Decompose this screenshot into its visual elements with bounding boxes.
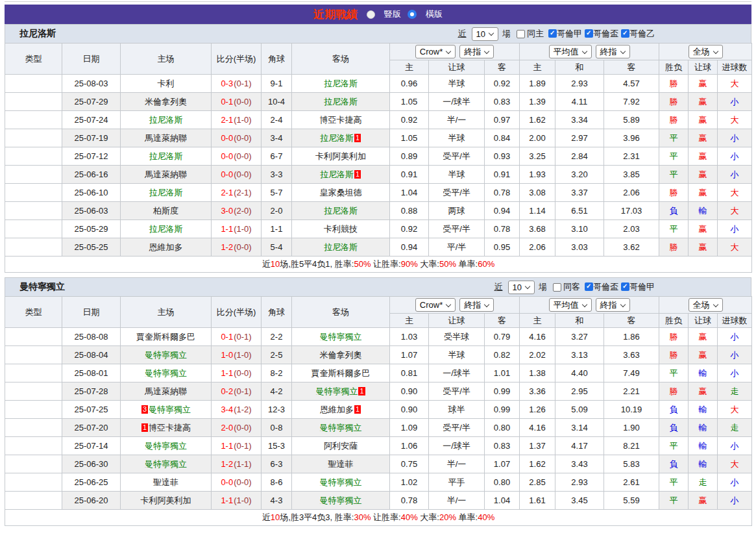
away-team: 拉尼洛斯1: [292, 166, 390, 184]
away-team-name: 聖達菲: [328, 459, 354, 469]
match-count-select[interactable]: 10: [472, 27, 498, 41]
date-cell: 25-07-14: [62, 437, 121, 455]
result-outcome: 勝: [659, 111, 689, 129]
summary-segment: 场,胜3平4负3, 胜率:: [280, 512, 354, 522]
home-team: 卡利阿美利加: [121, 492, 212, 510]
col-corner: 角球: [262, 44, 292, 75]
home-team: 馬達萊納聯: [121, 166, 212, 184]
match-row: 哥倫盃25-06-10拉尼洛斯2-1(2-1)5-7皇家桑坦德1.04受平/半0…: [5, 184, 752, 202]
league-cell: 哥倫盃: [5, 328, 62, 346]
same-venue-checkbox[interactable]: [517, 30, 525, 38]
result-handicap: 赢: [689, 75, 718, 93]
col-goals-result: 进球数: [718, 60, 752, 75]
summary-segment: 30%: [354, 512, 371, 522]
league-checkbox-label[interactable]: 哥倫乙: [629, 29, 655, 38]
date-cell: 25-08-01: [62, 364, 121, 382]
handicap-away-odds: 0.84: [485, 129, 520, 147]
date-cell: 25-07-12: [62, 147, 121, 166]
avg-time-select[interactable]: 終指: [596, 298, 630, 312]
league-checkbox-label[interactable]: 哥倫甲: [629, 282, 655, 292]
same-venue-label[interactable]: 同主: [527, 28, 544, 40]
league-checkbox-label[interactable]: 哥倫甲: [557, 29, 582, 38]
avg-home-odds: 2.02: [520, 346, 555, 364]
fulltime-score: 2-1: [221, 115, 233, 125]
chevron-down-icon: [713, 301, 718, 307]
scope-select[interactable]: 全场: [689, 298, 723, 312]
result-outcome: 勝: [659, 75, 689, 93]
away-team: 曼特寧獨立1: [292, 382, 390, 401]
result-outcome: 負: [659, 202, 689, 220]
odds-provider-select[interactable]: Crow*: [415, 298, 456, 312]
result-outcome: 負: [659, 419, 689, 437]
score-cell: 0-2(0-1): [212, 382, 262, 401]
handicap-home-odds: 0.96: [390, 75, 429, 93]
chevron-down-icon: [446, 48, 451, 53]
home-team-name: 曼特寧獨立: [149, 405, 191, 414]
handicap-away-odds: 1.07: [485, 455, 520, 473]
handicap-line: 球半: [429, 401, 485, 419]
date-cell: 25-07-29: [62, 93, 121, 111]
home-team-name: 恩維加多: [149, 242, 183, 252]
odds-time-select[interactable]: 終指: [459, 298, 494, 312]
result-goals: 小: [718, 166, 752, 184]
odds-time-select[interactable]: 終指: [459, 45, 494, 58]
avg-type-select[interactable]: 平均值: [549, 45, 592, 58]
scope-select[interactable]: 全场: [689, 45, 723, 58]
date-cell: 25-07-24: [62, 111, 121, 129]
avg-away-odds: 2.03: [604, 220, 659, 238]
avg-time-select[interactable]: 終指: [596, 45, 630, 58]
avg-draw-odds: 3.37: [555, 184, 604, 202]
date-cell: 25-08-04: [62, 346, 121, 364]
avg-draw-odds: 4.11: [555, 93, 604, 111]
handicap-away-odds: 0.93: [485, 147, 520, 166]
handicap-home-odds: 1.03: [390, 328, 429, 346]
away-team: 阿利安薩: [292, 437, 390, 455]
away-team-name: 拉尼洛斯: [320, 133, 354, 143]
league-checkbox-1[interactable]: [585, 29, 593, 38]
recent-link[interactable]: 近: [458, 28, 467, 40]
league-checkbox-1[interactable]: [621, 282, 629, 291]
handicap-away-odds: 0.80: [485, 419, 520, 437]
col-handicap-result: 让球: [689, 60, 718, 75]
away-team: 拉尼洛斯: [292, 202, 390, 220]
league-checkbox-0[interactable]: [585, 282, 593, 291]
match-count-value: 10: [476, 29, 485, 39]
league-checkbox-2[interactable]: [621, 29, 629, 38]
chevron-down-icon: [484, 48, 489, 53]
home-team: 曼特寧獨立: [121, 346, 212, 364]
result-goals: 小: [718, 129, 752, 147]
away-team: 卡利競技: [292, 220, 390, 238]
horizontal-layout-label[interactable]: 橫版: [426, 8, 443, 20]
col-away: 客场: [292, 297, 390, 328]
league-checkbox-label[interactable]: 哥倫盃: [593, 282, 618, 292]
halftime-score: (0-0): [234, 477, 251, 487]
fulltime-score: 0-0: [221, 151, 233, 161]
result-outcome: 勝: [659, 238, 689, 257]
vertical-layout-label[interactable]: 豎版: [384, 8, 401, 20]
odds-provider-select[interactable]: Crow*: [415, 45, 456, 58]
recent-link[interactable]: 近: [494, 281, 503, 293]
home-team-name: 拉尼洛斯: [149, 115, 183, 125]
same-venue-label[interactable]: 同客: [563, 281, 580, 293]
league-cell: 哥倫甲: [5, 129, 62, 147]
avg-draw-odds: 2.84: [555, 147, 604, 166]
avg-type-select[interactable]: 平均值: [549, 298, 592, 312]
league-checkbox-0[interactable]: [548, 29, 557, 38]
score-cell: 2-1(2-1): [212, 184, 262, 202]
handicap-line: 一/球半: [429, 93, 485, 111]
avg-home-odds: 1.37: [520, 437, 555, 455]
vertical-layout-radio[interactable]: [367, 10, 375, 19]
average-group-header: 平均值 終指: [520, 297, 659, 314]
avg-home-odds: 1.39: [520, 93, 555, 111]
result-handicap: 赢: [689, 93, 718, 111]
home-team: 拉尼洛斯: [121, 147, 212, 166]
horizontal-layout-radio[interactable]: [408, 10, 417, 19]
league-checkbox-label[interactable]: 哥倫盃: [593, 29, 618, 38]
halftime-score: (1-0): [234, 224, 251, 234]
avg-away-odds: 1.90: [604, 419, 659, 437]
section-gap: [5, 273, 751, 277]
result-outcome: 負: [659, 401, 689, 419]
match-count-select[interactable]: 10: [508, 281, 535, 294]
same-venue-checkbox[interactable]: [553, 283, 561, 292]
halftime-score: (0-0): [234, 169, 251, 179]
